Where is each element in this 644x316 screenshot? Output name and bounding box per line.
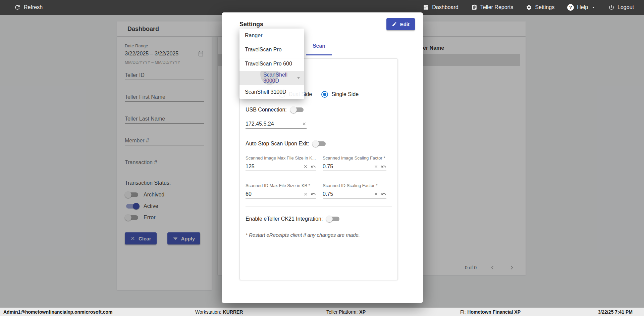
close-icon[interactable] — [303, 192, 308, 196]
nav-dashboard-label: Dashboard — [432, 4, 458, 10]
menu-item-scanshell-3000d[interactable]: ScanShell 3000D — [239, 71, 304, 85]
auto-stop-row: Auto Stop Scan Upon Exit: — [246, 140, 327, 148]
eteller-integration-label: Enable eTeller CK21 Integration: — [246, 216, 323, 222]
nav-help-label: Help — [577, 4, 588, 10]
tab-scan-label: Scan — [313, 43, 325, 49]
menu-item-label: Ranger — [245, 33, 262, 39]
help-icon: ? — [567, 4, 574, 11]
dashboard-icon — [423, 4, 429, 10]
workstation-label: Workstation: — [195, 309, 221, 315]
tab-scan[interactable]: Scan — [306, 36, 332, 55]
undo-icon[interactable] — [381, 191, 386, 197]
nav-teller-reports[interactable]: Teller Reports — [471, 4, 514, 10]
menu-item-ranger[interactable]: Ranger — [239, 29, 304, 43]
auto-stop-label: Auto Stop Scan Upon Exit: — [246, 141, 309, 147]
usb-connection-row: USB Connection: — [246, 106, 305, 114]
id-max-size-label: Scanned ID Max File Size in KB * — [246, 183, 316, 188]
logged-in-user: Admin1@hometownfinancialxp.onmicrosoft.c… — [3, 308, 113, 316]
restart-note: * Restart eReceipts client if any change… — [246, 232, 360, 238]
scanner-ip-input[interactable] — [246, 120, 300, 128]
teller-platform-label: Teller Platform: — [326, 309, 358, 315]
undo-icon[interactable] — [311, 191, 316, 197]
nav-teller-reports-label: Teller Reports — [480, 4, 514, 10]
select-arrow-icon — [296, 75, 302, 81]
scan-card-divider — [246, 207, 392, 207]
edit-icon — [392, 21, 397, 27]
close-icon[interactable] — [303, 164, 308, 169]
single-side-label: Single Side — [331, 91, 359, 97]
teller-reports-icon — [471, 4, 477, 10]
edit-button-label: Edit — [400, 21, 410, 27]
id-scaling-field: Scanned ID Scaling Factor * — [323, 183, 386, 198]
id-scaling-label: Scanned ID Scaling Factor * — [323, 183, 386, 188]
status-datetime: 3/22/25 7:41 PM — [598, 308, 633, 316]
id-max-size-input[interactable] — [246, 190, 301, 198]
id-scaling-input[interactable] — [323, 190, 372, 198]
id-max-size-field: Scanned ID Max File Size in KB * — [246, 183, 316, 198]
menu-item-travelscan-pro-600[interactable]: TravelScan Pro 600 — [239, 57, 304, 71]
scanner-ip-field — [246, 119, 307, 129]
menu-item-travelscan-pro[interactable]: TravelScan Pro — [239, 43, 304, 57]
usb-connection-label: USB Connection: — [246, 107, 287, 113]
menu-item-label: ScanShell 3000D — [263, 72, 299, 84]
nav-help[interactable]: ? Help — [567, 4, 596, 11]
image-scaling-input[interactable] — [323, 163, 372, 171]
image-max-size-field: Scanned Image Max File Size in K... — [246, 155, 316, 171]
menu-item-label: TravelScan Pro — [245, 47, 282, 53]
scan-fields-row-2: Scanned ID Max File Size in KB * Scanned… — [246, 183, 386, 198]
eteller-integration-switch[interactable] — [326, 215, 341, 223]
teller-platform-info: Teller Platform: XP — [326, 308, 366, 316]
teller-platform-value: XP — [359, 309, 366, 315]
eteller-integration-row: Enable eTeller CK21 Integration: — [246, 215, 341, 223]
image-scaling-field: Scanned Image Scaling Factor * — [323, 155, 386, 171]
close-icon[interactable] — [302, 122, 307, 126]
top-nav-links: Dashboard Teller Reports Settings ? Help… — [423, 4, 644, 11]
chevron-down-icon — [591, 5, 596, 10]
refresh-label: Refresh — [24, 4, 43, 10]
nav-logout-label: Logout — [618, 4, 634, 10]
status-bar: Admin1@hometownfinancialxp.onmicrosoft.c… — [0, 308, 644, 316]
close-icon[interactable] — [374, 192, 378, 196]
refresh-icon — [14, 4, 21, 11]
image-max-size-input[interactable] — [246, 163, 301, 171]
nav-settings-label: Settings — [535, 4, 554, 10]
fi-label: FI: — [460, 309, 466, 315]
menu-item-label: ScanShell 3100D — [245, 89, 286, 95]
close-icon[interactable] — [374, 164, 378, 169]
menu-item-scanshell-3100d[interactable]: ScanShell 3100D — [239, 85, 304, 99]
usb-connection-switch[interactable] — [290, 106, 305, 114]
single-side-radio-icon[interactable] — [321, 91, 328, 98]
undo-icon[interactable] — [311, 164, 316, 169]
scan-fields-row-1: Scanned Image Max File Size in K... Scan… — [246, 155, 386, 171]
menu-item-label: TravelScan Pro 600 — [245, 61, 292, 67]
edit-button[interactable]: Edit — [386, 18, 415, 30]
fi-info: FI: Hometown Financial XP — [460, 308, 521, 316]
nav-logout[interactable]: Logout — [608, 4, 634, 10]
refresh-button[interactable]: Refresh — [0, 4, 43, 11]
nav-dashboard[interactable]: Dashboard — [423, 4, 458, 10]
auto-stop-switch[interactable] — [312, 140, 327, 148]
settings-modal-title: Settings — [239, 21, 263, 28]
undo-icon[interactable] — [381, 164, 386, 169]
workstation-value: KURRER — [223, 309, 243, 315]
fi-value: Hometown Financial XP — [467, 309, 521, 315]
settings-icon — [526, 4, 532, 10]
image-max-size-label: Scanned Image Max File Size in K... — [246, 155, 316, 161]
scanner-select-menu: Ranger TravelScan Pro TravelScan Pro 600… — [239, 29, 304, 99]
radio-single-side[interactable]: Single Side — [321, 91, 359, 98]
nav-settings[interactable]: Settings — [526, 4, 554, 10]
workstation-info: Workstation: KURRER — [195, 308, 243, 316]
logout-icon — [608, 4, 614, 10]
image-scaling-label: Scanned Image Scaling Factor * — [323, 155, 386, 161]
